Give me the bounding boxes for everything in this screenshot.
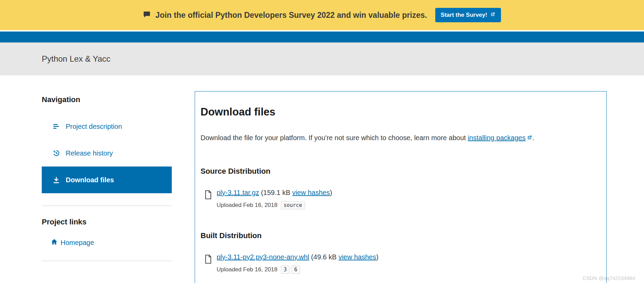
file-icon xyxy=(205,190,212,201)
sidebar-item-label: Project description xyxy=(66,122,122,131)
survey-banner: Join the official Python Developers Surv… xyxy=(0,0,644,30)
external-link-icon xyxy=(490,12,495,19)
sidebar-divider xyxy=(42,261,172,261)
view-hashes-link[interactable]: view hashes xyxy=(338,253,376,261)
file-row: ply-3.11-py2.py3-none-any.whl (49.6 kB v… xyxy=(201,253,597,274)
sidebar-heading-project-links: Project links xyxy=(42,218,172,226)
comment-icon xyxy=(143,11,151,20)
file-icon xyxy=(205,255,212,265)
intro-suffix: . xyxy=(532,134,534,142)
site-header xyxy=(0,32,644,42)
start-survey-button[interactable]: Start the Survey! xyxy=(435,8,501,22)
title-bar: Python Lex & Yacc xyxy=(0,42,644,75)
file-line: ply-3.11-py2.py3-none-any.whl (49.6 kB v… xyxy=(217,253,378,261)
file-meta-close: ) xyxy=(330,189,332,196)
sidebar-divider xyxy=(42,206,172,206)
upload-line: Uploaded Feb 16, 2018 source xyxy=(217,201,332,209)
badge-source: source xyxy=(281,201,305,209)
banner-message: Join the official Python Developers Surv… xyxy=(155,11,427,20)
page-title: Python Lex & Yacc xyxy=(42,54,111,64)
download-icon xyxy=(52,176,60,184)
watermark: CSDN @qq742234984 xyxy=(582,275,635,281)
content-area: Navigation Project description Release h… xyxy=(0,75,644,283)
sidebar-item-label: Download files xyxy=(66,176,114,184)
file-size: (159.1 kB xyxy=(261,189,291,196)
file-info: ply-3.11.tar.gz (159.1 kB view hashes) U… xyxy=(217,188,332,209)
file-meta-close: ) xyxy=(376,253,378,261)
download-files-panel: Download files Download the file for you… xyxy=(195,91,607,283)
badge-py-version: 6 xyxy=(292,266,300,274)
uploaded-text: Uploaded Feb 16, 2018 xyxy=(217,266,278,273)
start-survey-label: Start the Survey! xyxy=(441,12,487,19)
sidebar-item-project-description[interactable]: Project description xyxy=(42,113,172,140)
align-left-icon xyxy=(52,123,60,130)
sidebar-item-release-history[interactable]: Release history xyxy=(42,140,172,167)
installing-packages-label: installing packages xyxy=(468,133,526,142)
installing-packages-link[interactable]: installing packages xyxy=(468,133,532,142)
intro-paragraph: Download the file for your platform. If … xyxy=(201,133,597,142)
external-link-icon xyxy=(527,133,532,142)
file-info: ply-3.11-py2.py3-none-any.whl (49.6 kB v… xyxy=(217,253,378,274)
sidebar-heading-navigation: Navigation xyxy=(42,95,172,104)
file-line: ply-3.11.tar.gz (159.1 kB view hashes) xyxy=(217,188,332,197)
upload-line: Uploaded Feb 16, 2018 3 6 xyxy=(217,266,378,274)
view-hashes-link[interactable]: view hashes xyxy=(292,189,330,196)
file-link[interactable]: ply-3.11-py2.py3-none-any.whl xyxy=(217,253,309,261)
badge-py-version: 3 xyxy=(281,266,289,274)
sidebar: Navigation Project description Release h… xyxy=(42,75,172,261)
file-row: ply-3.11.tar.gz (159.1 kB view hashes) U… xyxy=(201,188,597,209)
uploaded-text: Uploaded Feb 16, 2018 xyxy=(217,202,278,209)
home-icon xyxy=(51,238,58,247)
sidebar-item-homepage[interactable]: Homepage xyxy=(42,238,172,247)
sidebar-item-download-files[interactable]: Download files xyxy=(42,167,172,193)
file-link[interactable]: ply-3.11.tar.gz xyxy=(217,189,259,196)
sidebar-item-label: Release history xyxy=(66,149,113,157)
file-size: (49.6 kB xyxy=(311,253,336,261)
main-title: Download files xyxy=(201,106,597,118)
section-heading-source-distribution: Source Distribution xyxy=(201,167,597,176)
section-heading-built-distribution: Built Distribution xyxy=(201,231,597,240)
sidebar-link-label: Homepage xyxy=(61,239,94,247)
history-icon xyxy=(52,149,60,157)
intro-text: Download the file for your platform. If … xyxy=(201,134,466,142)
